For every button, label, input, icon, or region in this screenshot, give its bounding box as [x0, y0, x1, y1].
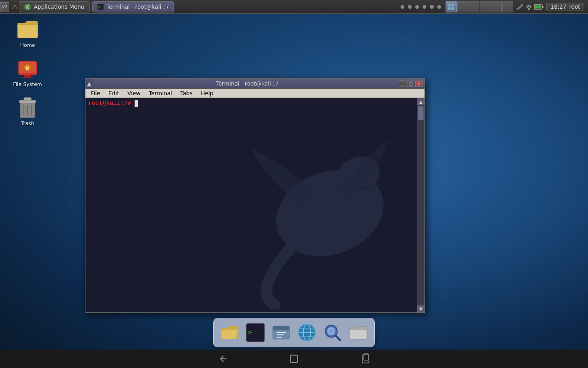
- notif-dot-5: [430, 5, 434, 9]
- svg-point-11: [528, 9, 530, 10]
- terminal-body[interactable]: root@kali:/#: [85, 98, 417, 312]
- svg-point-33: [357, 172, 362, 176]
- svg-line-49: [336, 336, 340, 340]
- home-folder-img: [17, 18, 39, 40]
- dock-filemanager-icon: [272, 323, 290, 342]
- svg-rect-37: [273, 326, 289, 330]
- clock-widget: 18:27 root: [546, 3, 584, 11]
- terminal-window-buttons: _ □ ✕: [399, 80, 423, 87]
- terminal-titlebar: >_ ▲ Terminal - root@kali : / _ □ ✕: [85, 79, 424, 89]
- dock-folder-icon: [349, 323, 368, 342]
- svg-rect-52: [362, 355, 369, 363]
- android-navbar: [0, 350, 588, 368]
- nav-recents-button[interactable]: [357, 351, 374, 367]
- terminal-window: >_ ▲ Terminal - root@kali : / _ □ ✕ File…: [85, 78, 425, 313]
- svg-point-50: [329, 329, 334, 334]
- menu-file[interactable]: File: [87, 90, 104, 97]
- workspace-switcher[interactable]: [446, 1, 513, 12]
- terminal-minimize-btn[interactable]: _: [399, 80, 406, 87]
- svg-rect-25: [24, 98, 31, 100]
- svg-rect-7: [448, 7, 451, 10]
- workspace-1[interactable]: [446, 1, 457, 12]
- trash-icon[interactable]: Trash: [9, 97, 46, 126]
- filesystem-img: K: [17, 58, 39, 80]
- sys-tray: [516, 3, 543, 11]
- taskbar-top: V2 ⚠ K Applications Menu >_ Terminal - r…: [0, 0, 588, 14]
- notif-dot-1: [401, 5, 404, 9]
- trash-icon-label: Trash: [21, 121, 34, 126]
- terminal-maximize-btn[interactable]: □: [407, 80, 414, 87]
- svg-rect-21: [21, 77, 34, 78]
- menu-edit[interactable]: Edit: [105, 90, 123, 97]
- dock-folder-open-icon: [220, 323, 239, 342]
- dock-terminal-button[interactable]: >_: [244, 321, 267, 344]
- home-folder-icon[interactable]: Home: [9, 18, 46, 48]
- back-arrow-icon: [217, 353, 228, 364]
- svg-rect-14: [535, 5, 541, 8]
- terminal-prompt-line: root@kali:/#: [88, 100, 414, 107]
- taskbar-right: 18:27 root: [446, 1, 588, 12]
- menu-help[interactable]: Help: [197, 90, 217, 97]
- terminal-scrollbar[interactable]: ▲ ▼: [417, 98, 424, 312]
- scrollbar-thumb[interactable]: [418, 106, 424, 120]
- terminal-title-text: Terminal - root@kali : /: [96, 80, 399, 87]
- app-menu-label: Applications Menu: [34, 4, 85, 10]
- workspace-2[interactable]: [457, 1, 479, 12]
- terminal-menubar: File Edit View Terminal Tabs Help: [85, 89, 424, 98]
- v2-icon: V2: [0, 2, 9, 12]
- svg-line-9: [516, 4, 523, 10]
- clock-time: 18:27: [550, 4, 566, 10]
- terminal-prompt-text: root@kali:/#: [88, 100, 131, 107]
- svg-rect-51: [290, 355, 298, 362]
- dock-browser-icon: [298, 323, 316, 342]
- notif-dot-2: [408, 5, 412, 9]
- nav-back-button[interactable]: [214, 351, 231, 367]
- terminal-taskbar-button[interactable]: >_ Terminal - root@kali : /: [92, 1, 174, 12]
- svg-text:K: K: [26, 67, 29, 71]
- scrollbar-up-arrow[interactable]: ▲: [417, 98, 424, 105]
- svg-rect-6: [452, 4, 454, 6]
- workspace-active-icon: [448, 4, 454, 10]
- home-icon-label: Home: [20, 42, 35, 48]
- dock-folder-button[interactable]: [347, 321, 370, 344]
- wifi-icon: [525, 3, 532, 11]
- dock-search-button[interactable]: [321, 321, 344, 344]
- filesystem-svg: K: [17, 58, 39, 80]
- battery-icon: [534, 4, 543, 10]
- clock-user: root: [569, 4, 580, 10]
- folder-svg: [17, 20, 39, 39]
- filesystem-icon[interactable]: K File System: [9, 58, 46, 87]
- nav-home-button[interactable]: [286, 351, 302, 367]
- workspace-3[interactable]: [480, 1, 502, 12]
- dock-browser-button[interactable]: [295, 321, 318, 344]
- terminal-content[interactable]: root@kali:/# ▲ ▼: [85, 98, 424, 312]
- filesystem-icon-label: File System: [13, 81, 42, 87]
- scrollbar-track[interactable]: [418, 105, 424, 305]
- notif-dot-3: [415, 5, 419, 9]
- title-scroll-up[interactable]: ▲: [85, 79, 93, 89]
- taskbar-left: V2 ⚠ K Applications Menu >_ Terminal - r…: [0, 1, 396, 12]
- notification-area: [401, 5, 441, 9]
- menu-tabs[interactable]: Tabs: [177, 90, 197, 97]
- svg-text:>_: >_: [248, 328, 256, 336]
- workspace-4[interactable]: [502, 1, 513, 12]
- dock-filemanager-button[interactable]: [270, 321, 293, 344]
- menu-terminal[interactable]: Terminal: [145, 90, 176, 97]
- svg-rect-24: [19, 100, 36, 103]
- notif-dot-6: [437, 5, 441, 9]
- terminal-close-btn[interactable]: ✕: [415, 80, 423, 87]
- applications-menu-button[interactable]: K Applications Menu: [19, 1, 90, 12]
- svg-rect-8: [452, 7, 454, 10]
- kali-dragon-watermark: [215, 112, 399, 310]
- scrollbar-down-arrow[interactable]: ▼: [417, 305, 424, 312]
- menu-view[interactable]: View: [124, 90, 144, 97]
- dock-search-icon: [323, 323, 342, 342]
- dock-bottom: >_: [213, 318, 375, 347]
- svg-rect-5: [448, 4, 451, 6]
- svg-text:>_: >_: [98, 5, 103, 9]
- home-nav-icon: [288, 353, 300, 364]
- svg-text:K: K: [26, 5, 29, 10]
- dock-files-button[interactable]: [218, 321, 241, 344]
- dock-terminal-icon: >_: [246, 323, 265, 342]
- network-icon: [516, 3, 523, 11]
